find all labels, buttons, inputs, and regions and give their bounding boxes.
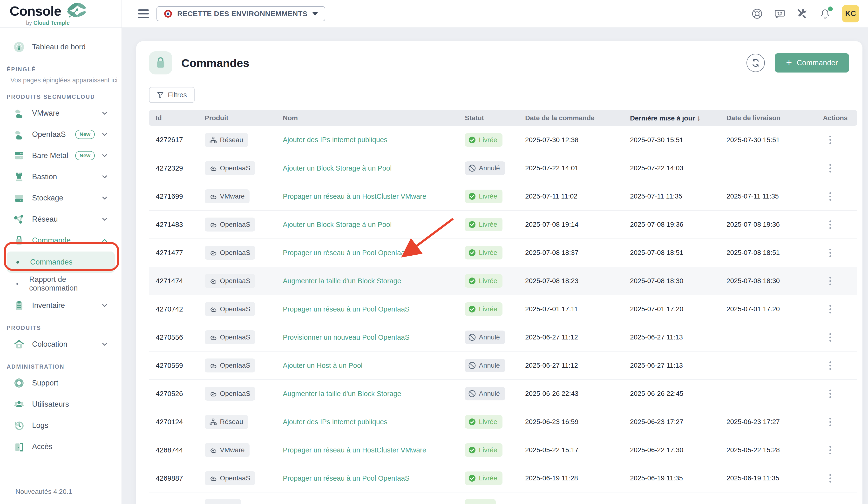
row-actions-kebab-icon[interactable] [825, 358, 836, 373]
order-name-link[interactable]: Augmenter la taille d'un Block Storage [283, 390, 401, 398]
lifebuoy-icon [13, 377, 25, 389]
main-area: RECETTE DES ENVIRONNEMMENTS KC Command [122, 0, 868, 504]
row-actions-kebab-icon[interactable] [825, 273, 836, 288]
order-name-link[interactable]: Ajouter des IPs internet publiques [283, 136, 388, 144]
pinned-pages-hint: Vos pages épinglées apparaissent ici [0, 75, 122, 85]
cell-order-id: 4271477 [156, 249, 205, 257]
help-lifebuoy-icon[interactable] [751, 8, 763, 20]
cell-updated_at: 2025-07-11 11:35 [630, 192, 726, 200]
cell-delivered_at: 2025-05-22 15:28 [726, 446, 823, 454]
sidebar-item-openiaas[interactable]: OpenIaaSNew [0, 124, 122, 145]
column-header-updated_at[interactable]: Dernière mise à jour↓ [630, 114, 726, 122]
table-header-row: IdProduitNomStatutDate de la commandeDer… [149, 110, 857, 126]
sidebar-item-label: Bare Metal [32, 151, 68, 160]
cell-name: Provisionner un nouveau Pool OpenIaaS [283, 334, 465, 342]
row-actions-kebab-icon[interactable] [825, 189, 836, 204]
logo[interactable]: Console [0, 0, 122, 28]
row-actions-kebab-icon[interactable] [825, 160, 836, 176]
hamburger-menu-icon[interactable] [138, 9, 149, 18]
column-header-actions[interactable]: Actions [823, 114, 853, 122]
sidebar-item-colocation[interactable]: Colocation [0, 334, 122, 355]
sidebar-item-label: Colocation [32, 340, 67, 349]
row-actions-kebab-icon[interactable] [825, 414, 836, 430]
filters-button[interactable]: Filtres [149, 87, 195, 103]
row-actions-kebab-icon[interactable] [825, 471, 836, 486]
cell-order-id: 4270742 [156, 305, 205, 313]
status-badge: Livrée [465, 246, 503, 260]
feedback-icon[interactable] [774, 8, 786, 20]
sidebar-item-label: Bastion [32, 172, 57, 181]
cell-ordered_at: 2025-05-22 15:17 [525, 446, 630, 454]
order-name-link[interactable]: Ajouter un Block Storage à un Pool [283, 221, 392, 228]
sidebar-item-r-seau[interactable]: Réseau [0, 209, 122, 230]
notification-dot [828, 7, 833, 11]
cell-product: OpenIaaS [205, 471, 283, 485]
cell-name: Augmenter la taille d'un Block Storage [283, 277, 465, 285]
column-header-status[interactable]: Statut [465, 114, 525, 122]
column-header-delivered_at[interactable]: Date de livraison [726, 114, 823, 122]
user-avatar[interactable]: KC [842, 5, 859, 22]
logo-text: Console [10, 3, 61, 19]
cell-product [205, 499, 283, 504]
new-badge: New [75, 130, 95, 139]
order-name-link[interactable]: Propager un réseau à un Pool OpenIaaS [283, 249, 410, 256]
column-header-name[interactable]: Nom [283, 114, 465, 122]
cell-product: OpenIaaS [205, 358, 283, 372]
status-badge: Annulé [465, 359, 505, 372]
row-actions-kebab-icon[interactable] [825, 386, 836, 401]
sidebar-item-tableau-de-bord[interactable]: Tableau de bord [0, 36, 122, 57]
row-actions-kebab-icon[interactable] [825, 329, 836, 345]
sidebar-item-utilisateurs[interactable]: Utilisateurs [0, 393, 122, 415]
cell-status: Livrée [465, 274, 525, 288]
sidebar-item-commande[interactable]: Commande [0, 230, 122, 251]
cell-name: Ajouter un Block Storage à un Pool [283, 164, 465, 172]
cell-order-id: 4272617 [156, 136, 205, 144]
cell-status: Livrée [465, 415, 525, 429]
network-icon [13, 213, 25, 225]
cloud-icon [209, 390, 217, 397]
sidebar-item-support[interactable]: Support [0, 372, 122, 393]
row-actions-kebab-icon[interactable] [825, 245, 836, 260]
cell-name: Propager un réseau à un HostCluster VMwa… [283, 446, 465, 454]
environment-selector[interactable]: RECETTE DES ENVIRONNEMMENTS [156, 6, 325, 21]
tools-icon[interactable] [797, 8, 808, 20]
check-circle-icon [468, 221, 476, 228]
sidebar-item-bare-metal[interactable]: Bare MetalNew [0, 145, 122, 166]
order-name-link[interactable]: Provisionner un nouveau Pool OpenIaaS [283, 334, 410, 341]
order-name-link[interactable]: Ajouter un Host à un Pool [283, 361, 362, 369]
chevron-down-icon [312, 12, 318, 15]
refresh-button[interactable] [746, 54, 765, 72]
sidebar-item-stockage[interactable]: Stockage [0, 187, 122, 209]
check-circle-icon [468, 474, 476, 482]
row-actions-kebab-icon[interactable] [825, 217, 836, 232]
cloud-icon [209, 221, 217, 228]
row-actions-kebab-icon[interactable] [825, 301, 836, 317]
sidebar-subitem-commandes[interactable]: Commandes [7, 252, 115, 273]
topbar: RECETTE DES ENVIRONNEMMENTS KC [122, 0, 868, 28]
sidebar-item-inventaire[interactable]: Inventaire [0, 295, 122, 316]
column-header-ordered_at[interactable]: Date de la commande [525, 114, 630, 122]
check-circle-icon [468, 136, 476, 144]
row-actions-kebab-icon[interactable] [825, 132, 836, 148]
sidebar-item-acc-s[interactable]: Accès [0, 436, 122, 457]
table-row: 4271477OpenIaaSPropager un réseau à un P… [149, 239, 857, 267]
column-header-product[interactable]: Produit [205, 114, 283, 122]
order-name-link[interactable]: Propager un réseau à un Pool OpenIaaS [283, 474, 410, 482]
order-name-link[interactable]: Ajouter des IPs internet publiques [283, 418, 388, 426]
order-name-link[interactable]: Propager un réseau à un Pool OpenIaaS [283, 305, 410, 313]
order-name-link[interactable]: Augmenter la taille d'un Block Storage [283, 277, 401, 285]
row-actions-kebab-icon[interactable] [825, 442, 836, 458]
sidebar-version-link[interactable]: Nouveautés 4.20.1 [0, 479, 122, 504]
order-name-link[interactable]: Propager un réseau à un HostCluster VMwa… [283, 446, 426, 454]
sidebar-subitem-rapport-de-consommation[interactable]: Rapport de consommation [7, 273, 115, 294]
column-header-id[interactable]: Id [156, 114, 205, 122]
sidebar-item-bastion[interactable]: Bastion [0, 166, 122, 187]
sidebar-item-logs[interactable]: Logs [0, 415, 122, 436]
order-button[interactable]: + Commander [775, 53, 849, 73]
order-name-link[interactable]: Propager un réseau à un HostCluster VMwa… [283, 192, 426, 200]
order-name-link[interactable]: Ajouter un Block Storage à un Pool [283, 164, 392, 172]
sidebar-item-vmware[interactable]: VMware [0, 103, 122, 124]
cloud-icon [209, 362, 217, 369]
notifications-bell-icon[interactable] [819, 8, 831, 20]
cell-ordered_at: 2025-07-22 14:01 [525, 164, 630, 172]
